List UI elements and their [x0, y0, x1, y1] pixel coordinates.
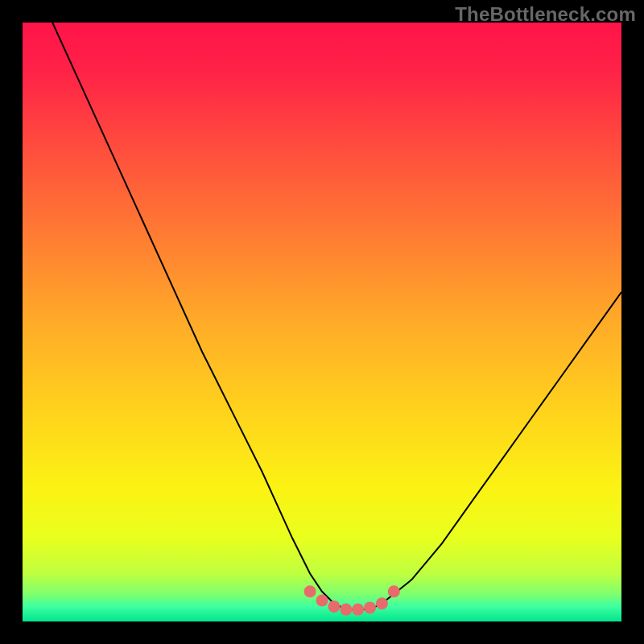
gradient-fill [23, 23, 621, 621]
marker-dot [388, 585, 400, 597]
marker-dot [364, 601, 376, 613]
marker-dot [316, 595, 328, 607]
marker-dot [328, 601, 340, 613]
marker-dot [304, 585, 316, 597]
chart-stage: TheBottleneck.com [0, 0, 644, 644]
marker-dot [352, 604, 364, 616]
marker-dot [376, 597, 388, 609]
marker-dot [340, 604, 352, 616]
chart-svg [23, 23, 621, 621]
chart-plot [23, 23, 621, 621]
